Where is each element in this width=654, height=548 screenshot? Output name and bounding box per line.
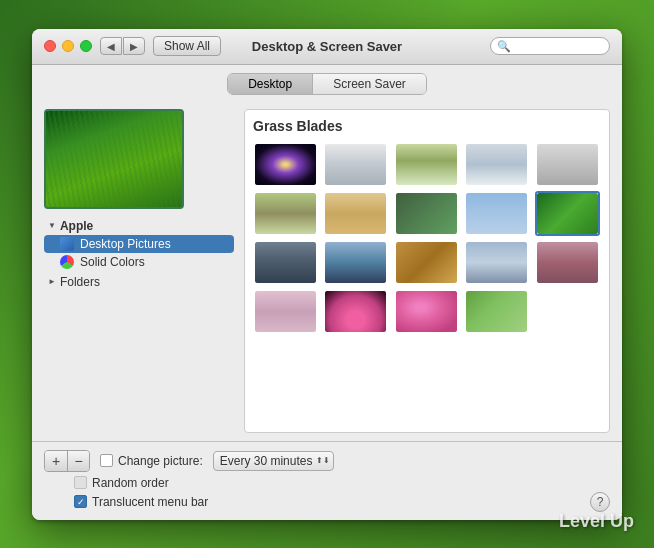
thumb-inner-14 bbox=[466, 242, 527, 283]
thumb-inner-3 bbox=[396, 144, 457, 185]
thumbnail-14[interactable] bbox=[464, 240, 529, 285]
triangle-icon: ▼ bbox=[48, 221, 56, 230]
help-button[interactable]: ? bbox=[590, 492, 610, 512]
thumbnail-13[interactable] bbox=[394, 240, 459, 285]
tab-desktop[interactable]: Desktop bbox=[228, 74, 313, 94]
add-button[interactable]: + bbox=[45, 451, 67, 471]
thumbnail-15[interactable] bbox=[535, 240, 600, 285]
random-order-checkbox[interactable] bbox=[74, 476, 87, 489]
left-panel: ▼ Apple Desktop Pictures Solid Colors ► bbox=[44, 109, 234, 433]
thumbnail-4[interactable] bbox=[464, 142, 529, 187]
add-remove-buttons: + − bbox=[44, 450, 90, 472]
show-all-button[interactable]: Show All bbox=[153, 36, 221, 56]
remove-button[interactable]: − bbox=[67, 451, 89, 471]
thumb-inner-18 bbox=[396, 291, 457, 332]
thumb-inner-5 bbox=[537, 144, 598, 185]
sidebar-item-folders[interactable]: ► Folders bbox=[44, 273, 234, 291]
bottom-bar: + − Change picture: Every 30 minutes Eve… bbox=[32, 441, 622, 520]
thumb-inner-1 bbox=[255, 144, 316, 185]
thumb-inner-16 bbox=[255, 291, 316, 332]
preview-grass-pattern bbox=[46, 111, 182, 207]
search-input[interactable] bbox=[514, 40, 603, 52]
random-order-label[interactable]: Random order bbox=[74, 476, 169, 490]
search-box[interactable]: 🔍 bbox=[490, 37, 610, 55]
main-window: ◀ ▶ Show All Desktop & Screen Saver 🔍 De… bbox=[32, 29, 622, 520]
interval-select[interactable]: Every 30 minutes Every 5 minutes Every 1… bbox=[213, 451, 334, 471]
folders-triangle-icon: ► bbox=[48, 277, 56, 286]
sidebar: ▼ Apple Desktop Pictures Solid Colors ► bbox=[44, 217, 234, 291]
thumbnail-7[interactable] bbox=[323, 191, 388, 236]
thumb-inner-17 bbox=[325, 291, 386, 332]
selected-image-name: Grass Blades bbox=[253, 118, 601, 134]
thumbnail-6[interactable] bbox=[253, 191, 318, 236]
solid-colors-icon bbox=[60, 255, 74, 269]
titlebar: ◀ ▶ Show All Desktop & Screen Saver 🔍 bbox=[32, 29, 622, 65]
thumbnail-8[interactable] bbox=[394, 191, 459, 236]
thumbnail-1[interactable] bbox=[253, 142, 318, 187]
thumbnail-12[interactable] bbox=[323, 240, 388, 285]
thumb-inner-12 bbox=[325, 242, 386, 283]
apple-group-label: ▼ Apple bbox=[44, 217, 234, 235]
change-picture-checkbox[interactable] bbox=[100, 454, 113, 467]
thumbnail-17[interactable] bbox=[323, 289, 388, 334]
desktop-pictures-icon bbox=[60, 237, 74, 251]
interval-select-wrapper[interactable]: Every 30 minutes Every 5 minutes Every 1… bbox=[213, 451, 334, 471]
thumb-inner-9 bbox=[466, 193, 527, 234]
thumb-inner-8 bbox=[396, 193, 457, 234]
thumbnail-grid bbox=[253, 142, 601, 334]
thumb-inner-19 bbox=[466, 291, 527, 332]
thumbnail-16[interactable] bbox=[253, 289, 318, 334]
bottom-row1: + − Change picture: Every 30 minutes Eve… bbox=[44, 450, 610, 472]
thumb-inner-7 bbox=[325, 193, 386, 234]
thumb-inner-13 bbox=[396, 242, 457, 283]
thumbnail-19[interactable] bbox=[464, 289, 529, 334]
right-panel: Grass Blades bbox=[244, 109, 610, 433]
change-picture-label[interactable]: Change picture: bbox=[100, 454, 203, 468]
translucent-menu-bar-checkbox[interactable] bbox=[74, 495, 87, 508]
bottom-row3: Translucent menu bar ? bbox=[74, 492, 610, 512]
thumb-inner-10 bbox=[537, 193, 598, 234]
content-area: ▼ Apple Desktop Pictures Solid Colors ► bbox=[32, 101, 622, 441]
sidebar-item-solid-colors[interactable]: Solid Colors bbox=[44, 253, 234, 271]
minimize-button[interactable] bbox=[62, 40, 74, 52]
search-icon: 🔍 bbox=[497, 40, 511, 53]
tab-screen-saver[interactable]: Screen Saver bbox=[313, 74, 426, 94]
thumbnail-9[interactable] bbox=[464, 191, 529, 236]
folders-section: ► Folders bbox=[44, 273, 234, 291]
nav-buttons: ◀ ▶ bbox=[100, 37, 145, 55]
tab-group: Desktop Screen Saver bbox=[227, 73, 427, 95]
thumb-inner-4 bbox=[466, 144, 527, 185]
back-button[interactable]: ◀ bbox=[100, 37, 122, 55]
window-title: Desktop & Screen Saver bbox=[252, 39, 402, 54]
bottom-row2: Random order bbox=[74, 476, 610, 490]
thumb-inner-6 bbox=[255, 193, 316, 234]
close-button[interactable] bbox=[44, 40, 56, 52]
sidebar-item-desktop-pictures[interactable]: Desktop Pictures bbox=[44, 235, 234, 253]
thumbnail-10[interactable] bbox=[535, 191, 600, 236]
thumbnail-11[interactable] bbox=[253, 240, 318, 285]
translucent-menu-bar-label[interactable]: Translucent menu bar bbox=[74, 495, 208, 509]
zoom-button[interactable] bbox=[80, 40, 92, 52]
thumbnail-3[interactable] bbox=[394, 142, 459, 187]
thumbnail-5[interactable] bbox=[535, 142, 600, 187]
thumb-inner-2 bbox=[325, 144, 386, 185]
forward-button[interactable]: ▶ bbox=[123, 37, 145, 55]
preview-image bbox=[44, 109, 184, 209]
thumb-inner-11 bbox=[255, 242, 316, 283]
traffic-lights bbox=[44, 40, 92, 52]
thumbnail-2[interactable] bbox=[323, 142, 388, 187]
thumb-inner-15 bbox=[537, 242, 598, 283]
apple-section: ▼ Apple Desktop Pictures Solid Colors bbox=[44, 217, 234, 271]
thumbnail-18[interactable] bbox=[394, 289, 459, 334]
tab-bar: Desktop Screen Saver bbox=[32, 65, 622, 101]
